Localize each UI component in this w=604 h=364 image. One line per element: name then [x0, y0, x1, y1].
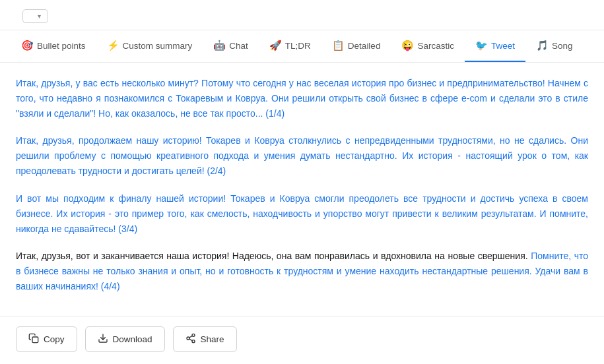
tab-icon-sarcastic: 😜	[401, 40, 414, 51]
tab-song[interactable]: 🎵Song	[525, 30, 584, 62]
tab-label-chat: Chat	[229, 41, 248, 51]
copy-label: Copy	[44, 334, 65, 344]
svg-line-5	[189, 339, 192, 341]
tab-icon-tldr: 🚀	[269, 40, 282, 51]
tab-detailed[interactable]: 📋Detailed	[321, 30, 391, 62]
tab-label-detailed: Detailed	[348, 41, 381, 51]
svg-line-6	[189, 336, 192, 338]
tab-icon-chat: 🤖	[213, 40, 226, 51]
copy-button[interactable]: Copy	[16, 326, 77, 352]
tab-icon-detailed: 📋	[332, 40, 345, 51]
content-area: Итак, друзья, у вас есть несколько минут…	[0, 63, 604, 317]
tab-custom-summary[interactable]: ⚡Custom summary	[96, 30, 203, 62]
download-button[interactable]: Download	[85, 326, 165, 352]
paragraph-1: Итак, друзья, у вас есть несколько минут…	[16, 76, 588, 121]
download-label: Download	[113, 334, 152, 344]
paragraph-3: И вот мы подходим к финалу нашей истории…	[16, 191, 588, 237]
chevron-down-icon: ▾	[38, 13, 41, 20]
language-selector[interactable]: ▾	[22, 9, 48, 23]
share-label: Share	[201, 334, 224, 344]
tab-chat[interactable]: 🤖Chat	[203, 30, 259, 62]
tab-icon-bullet-points: 🎯	[21, 40, 34, 51]
paragraph-2: Итак, друзья, продолжаем нашу историю! Т…	[16, 133, 588, 179]
tab-label-sarcastic: Sarcastic	[417, 41, 454, 51]
tab-icon-tweet: 🐦	[475, 40, 488, 51]
share-button[interactable]: Share	[173, 326, 237, 352]
copy-icon	[28, 333, 39, 346]
tab-label-bullet-points: Bullet points	[37, 41, 86, 51]
tab-label-tldr: TL;DR	[285, 41, 311, 51]
tab-sarcastic[interactable]: 😜Sarcastic	[391, 30, 465, 62]
header: ▾	[0, 0, 604, 30]
tabs-bar: 🎯Bullet points⚡Custom summary🤖Chat🚀TL;DR…	[0, 30, 604, 63]
tab-label-song: Song	[552, 41, 573, 51]
page: ▾ 🎯Bullet points⚡Custom summary🤖Chat🚀TL;…	[0, 0, 604, 364]
tab-tldr[interactable]: 🚀TL;DR	[259, 30, 321, 62]
tab-bullet-points[interactable]: 🎯Bullet points	[11, 30, 96, 62]
tab-icon-song: 🎵	[536, 40, 549, 51]
tab-label-custom-summary: Custom summary	[123, 41, 193, 51]
share-icon	[185, 333, 196, 346]
tab-tweet[interactable]: 🐦Tweet	[465, 30, 525, 62]
footer: CopyDownloadShare	[0, 317, 604, 361]
svg-rect-0	[32, 337, 38, 343]
download-icon	[98, 333, 108, 346]
tab-label-tweet: Tweet	[491, 41, 515, 51]
paragraph-4: Итак, друзья, вот и заканчивается наша и…	[16, 249, 588, 294]
tab-icon-custom-summary: ⚡	[107, 40, 119, 51]
